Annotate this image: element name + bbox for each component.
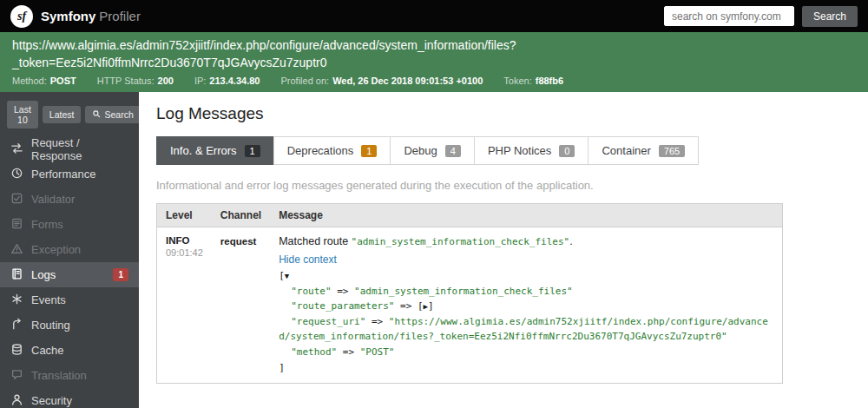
- tab-container[interactable]: Container 765: [588, 136, 699, 165]
- sidebar-item-translation: Translation: [0, 363, 139, 388]
- sidebar-item-forms: Forms: [0, 212, 139, 237]
- log-channel: request: [220, 236, 257, 247]
- meta-http-status: HTTP Status:200: [97, 76, 174, 86]
- log-message: Matched route "admin_system_information_…: [279, 235, 773, 247]
- magnifier-icon: [92, 109, 101, 120]
- meta-profiled-on: Profiled on:Wed, 26 Dec 2018 09:01:53 +0…: [280, 76, 483, 86]
- profiled-url-line2: _token=Eez5i2Nfi0ffmNrrc2Du3670T7qJGAvyc…: [12, 54, 856, 71]
- dump-line-request-uri: "request_uri" => "https://www.algimia.es…: [279, 314, 773, 345]
- column-header-level: Level: [157, 204, 212, 227]
- meta-ip: IP:213.4.34.80: [194, 76, 260, 86]
- sidebar-item-events[interactable]: Events: [0, 287, 139, 313]
- tab-description: Informational and error log messages gen…: [156, 179, 851, 192]
- profile-header: https://www.algimia.es/admin752xjiitf/in…: [0, 32, 868, 92]
- dump-line-close: ]: [279, 360, 773, 376]
- meta-method: Method:POST: [12, 76, 76, 86]
- log-table: Level Channel Message INFO 09:01:42 requ…: [156, 203, 783, 384]
- main-panel: Log Messages Info. & Errors 1 Deprecatio…: [139, 92, 868, 408]
- profile-meta: Method:POST HTTP Status:200 IP:213.4.34.…: [12, 76, 856, 86]
- log-table-header-row: Level Channel Message: [157, 204, 783, 227]
- profiled-url: https://www.algimia.es/admin752xjiitf/in…: [12, 36, 856, 71]
- sidebar-item-performance[interactable]: Performance: [0, 161, 139, 187]
- search-input[interactable]: [664, 6, 794, 26]
- topbar: sf SymfonyProfiler Search: [0, 0, 868, 32]
- sidebar-nav: Request / Response Performance Validator…: [0, 136, 139, 408]
- meta-token: Token:f88fb6: [503, 76, 563, 86]
- cache-icon: [10, 343, 23, 359]
- routing-icon: [10, 318, 23, 333]
- request-response-icon: [10, 141, 23, 157]
- cell-channel: request: [212, 227, 270, 384]
- cell-level: INFO 09:01:42: [157, 227, 212, 384]
- dump-line-route-parameters: "route_parameters" => [▶]: [279, 299, 773, 314]
- search-button[interactable]: Search: [802, 6, 858, 27]
- tab-php-notices[interactable]: PHP Notices 0: [474, 136, 589, 165]
- sidebar-item-routing[interactable]: Routing: [0, 313, 139, 338]
- tab-deprecations[interactable]: Deprecations 1: [273, 136, 391, 165]
- route-name-code: "admin_system_information_check_files": [352, 236, 570, 247]
- tab-debug-badge: 4: [445, 145, 461, 157]
- sidebar-item-request-response[interactable]: Request / Response: [0, 136, 139, 161]
- app-title-sub: Profiler: [99, 9, 141, 23]
- sidebar-item-logs[interactable]: Logs 1: [0, 262, 139, 287]
- sidebar-toolbar: Last 10 Latest Search: [0, 92, 139, 136]
- log-level: INFO: [166, 235, 203, 246]
- logs-count-badge: 1: [113, 268, 128, 281]
- latest-button[interactable]: Latest: [43, 106, 82, 123]
- translation-icon: [10, 368, 23, 384]
- context-dump: [▼ "route" => "admin_system_information_…: [279, 268, 773, 375]
- last-10-button[interactable]: Last 10: [7, 101, 38, 128]
- table-row: INFO 09:01:42 request Matched route "adm…: [157, 227, 783, 384]
- cell-message: Matched route "admin_system_information_…: [270, 227, 782, 384]
- page-title: Log Messages: [156, 104, 851, 123]
- profiled-url-line1: https://www.algimia.es/admin752xjiitf/in…: [12, 36, 856, 54]
- check-icon: [10, 192, 23, 207]
- tab-info-errors[interactable]: Info. & Errors 1: [156, 136, 274, 165]
- sidebar: Last 10 Latest Search Request / Response…: [0, 92, 139, 408]
- dump-line-method: "method" => "POST": [279, 345, 773, 360]
- form-icon: [10, 217, 23, 233]
- app-title: SymfonyProfiler: [41, 9, 141, 23]
- tab-info-errors-badge: 1: [245, 145, 260, 157]
- tab-debug[interactable]: Debug 4: [390, 136, 474, 165]
- log-time: 09:01:42: [166, 247, 203, 258]
- person-icon: [10, 393, 23, 408]
- events-icon: [10, 293, 23, 308]
- tab-php-notices-badge: 0: [559, 145, 575, 157]
- app-title-brand: Symfony: [41, 9, 95, 23]
- warning-icon: [10, 242, 23, 258]
- sidebar-item-validator: Validator: [0, 187, 139, 212]
- dump-line-open: [▼: [279, 268, 773, 284]
- dump-collapse-toggle-icon[interactable]: ▼: [285, 272, 289, 280]
- sidebar-item-security[interactable]: Security: [0, 388, 139, 408]
- hide-context-link[interactable]: Hide context: [279, 253, 337, 266]
- log-tabs: Info. & Errors 1 Deprecations 1 Debug 4 …: [156, 136, 851, 165]
- sidebar-search-button[interactable]: Search: [85, 106, 140, 123]
- tab-deprecations-badge: 1: [361, 145, 377, 157]
- clock-icon: [10, 167, 23, 182]
- symfony-logo-icon: sf: [10, 5, 33, 28]
- sidebar-item-cache[interactable]: Cache: [0, 338, 139, 363]
- dump-line-route: "route" => "admin_system_information_che…: [279, 284, 773, 299]
- column-header-message: Message: [270, 204, 782, 227]
- column-header-channel: Channel: [212, 204, 270, 227]
- logs-icon: [10, 267, 23, 283]
- sidebar-item-exception: Exception: [0, 237, 139, 262]
- tab-container-badge: 765: [659, 145, 685, 157]
